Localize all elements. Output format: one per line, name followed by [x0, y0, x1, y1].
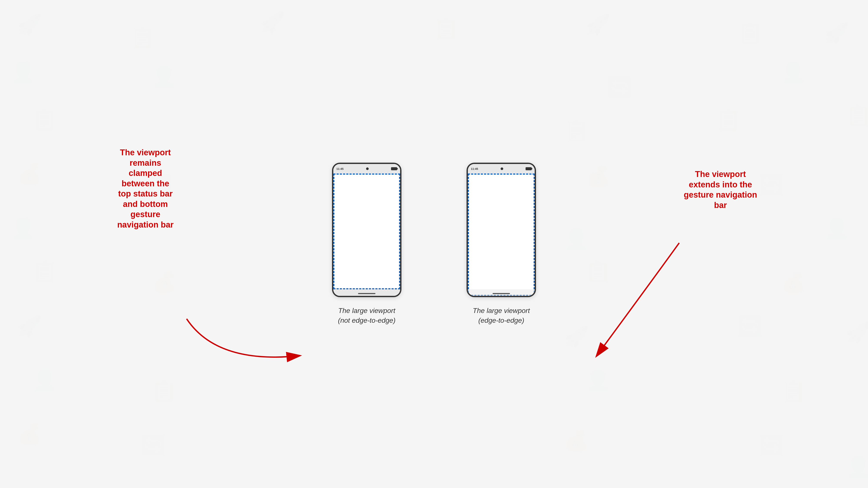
camera-dot-right: [501, 167, 503, 170]
home-bar-left: [358, 293, 375, 294]
phone-not-edge: 11:45: [332, 163, 401, 297]
caption-not-edge: The large viewport (not edge-to-edge): [338, 306, 395, 325]
status-bar-right: 11:45: [468, 164, 535, 173]
annotation-right: The viewport extends into the gesture na…: [679, 169, 762, 210]
status-time-right: 11:45: [471, 167, 478, 170]
viewport-not-edge: [333, 173, 400, 289]
caption-edge: The large viewport (edge-to-edge): [473, 306, 530, 325]
battery-right: [526, 167, 532, 170]
viewport-edge: [468, 173, 535, 296]
home-bar-right: [493, 293, 510, 294]
main-content: 11:45 The large viewport (not edge-to-ed…: [0, 0, 868, 488]
phone-not-edge-wrapper: 11:45 The large viewport (not edge-to-ed…: [332, 163, 401, 325]
battery-left: [391, 167, 397, 170]
status-time-left: 11:45: [336, 167, 343, 170]
gesture-nav-right: [468, 289, 535, 296]
status-bar-left: 11:45: [333, 164, 400, 173]
annotation-left: The viewport remains clamped between the…: [104, 148, 187, 230]
gesture-nav-left: [333, 289, 400, 296]
phone-edge: 11:45: [467, 163, 536, 297]
phone-edge-wrapper: 11:45 The large viewport (edge-to-edge): [467, 163, 536, 325]
camera-dot-left: [366, 167, 369, 170]
